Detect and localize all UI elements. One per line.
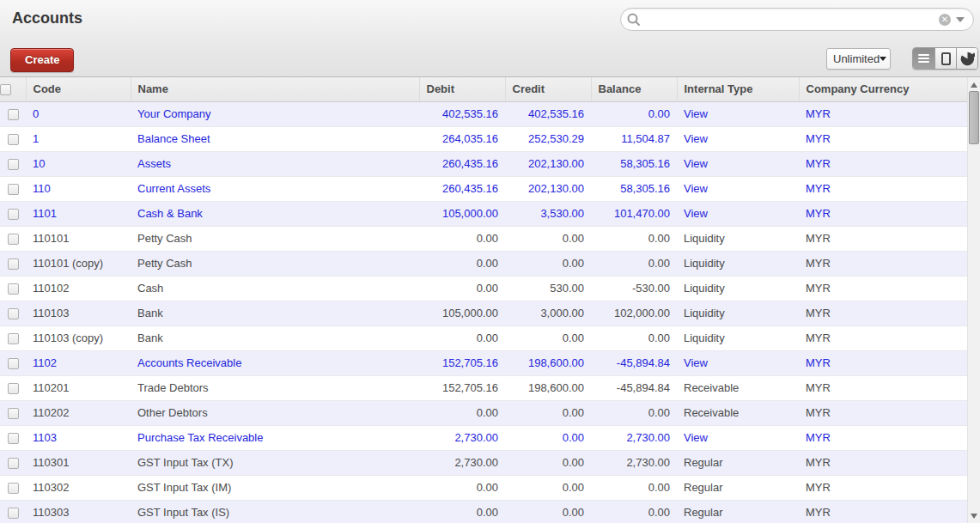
cell-credit[interactable]: 252,530.29 [505,126,591,151]
scrollbar-thumb[interactable] [969,91,979,144]
cell-debit[interactable]: 402,535.16 [419,101,505,126]
table-row[interactable]: 1102 Accounts Receivable 152,705.16 198,… [0,350,967,375]
cell-name[interactable]: Balance Sheet [131,126,419,151]
cell-balance[interactable]: 101,470.00 [591,201,677,226]
scroll-down-icon[interactable] [971,514,977,519]
column-header-code[interactable]: Code [26,77,131,101]
cell-code[interactable]: 1103 [26,425,131,450]
cell-balance[interactable]: -45,894.84 [591,375,677,400]
cell-internal-type[interactable]: View [677,101,799,126]
graph-view-button[interactable] [956,48,977,69]
row-checkbox[interactable] [8,184,19,195]
cell-code[interactable]: 1 [26,126,131,151]
cell-credit[interactable]: 0.00 [505,325,591,350]
cell-credit[interactable]: 0.00 [505,425,591,450]
cell-balance[interactable]: 2,730.00 [591,425,677,450]
cell-debit[interactable]: 260,435.16 [419,151,505,176]
cell-credit[interactable]: 3,000.00 [505,301,591,325]
cell-currency[interactable]: MYR [799,425,967,450]
row-checkbox[interactable] [8,234,19,245]
cell-name[interactable]: Petty Cash [131,251,419,276]
table-row[interactable]: 110202 Other Debtors 0.00 0.00 0.00 Rece… [0,400,967,425]
cell-code[interactable]: 110103 (copy) [26,325,131,350]
cell-code[interactable]: 110302 [26,475,131,500]
cell-debit[interactable]: 2,730.00 [419,425,505,450]
cell-credit[interactable]: 530.00 [505,276,591,301]
cell-balance[interactable]: 0.00 [591,251,677,276]
cell-currency[interactable]: MYR [799,276,967,301]
cell-currency[interactable]: MYR [799,500,967,523]
column-header-name[interactable]: Name [131,77,419,101]
cell-balance[interactable]: 0.00 [591,475,677,500]
cell-internal-type[interactable]: View [677,425,799,450]
search-box[interactable]: ✕ [620,8,974,31]
cell-name[interactable]: Petty Cash [131,226,419,251]
cell-credit[interactable]: 198,600.00 [505,375,591,400]
table-row[interactable]: 1103 Purchase Tax Receivable 2,730.00 0.… [0,425,967,450]
cell-currency[interactable]: MYR [799,201,967,226]
cell-currency[interactable]: MYR [799,350,967,375]
cell-credit[interactable]: 0.00 [505,450,591,475]
cell-name[interactable]: Your Company [131,101,419,126]
row-checkbox[interactable] [8,458,19,469]
pager-limit-select[interactable]: Unlimited [826,48,891,70]
cell-debit[interactable]: 0.00 [419,251,505,276]
cell-currency[interactable]: MYR [799,325,967,350]
cell-currency[interactable]: MYR [799,101,967,126]
cell-name[interactable]: Assets [131,151,419,176]
row-checkbox[interactable] [8,109,19,120]
row-checkbox[interactable] [8,433,19,444]
table-row[interactable]: 110 Current Assets 260,435.16 202,130.00… [0,176,967,201]
table-row[interactable]: 0 Your Company 402,535.16 402,535.16 0.0… [0,101,967,126]
cell-code[interactable]: 1101 [26,201,131,226]
table-row[interactable]: 1101 Cash & Bank 105,000.00 3,530.00 101… [0,201,967,226]
cell-debit[interactable]: 105,000.00 [419,301,505,325]
cell-name[interactable]: Current Assets [131,176,419,201]
cell-credit[interactable]: 202,130.00 [505,176,591,201]
cell-name[interactable]: Cash & Bank [131,201,419,226]
row-checkbox[interactable] [8,209,19,220]
row-checkbox[interactable] [8,408,19,419]
table-row[interactable]: 110101 (copy) Petty Cash 0.00 0.00 0.00 … [0,251,967,276]
row-checkbox[interactable] [8,258,19,270]
cell-balance[interactable]: 58,305.16 [591,176,677,201]
cell-credit[interactable]: 3,530.00 [505,201,591,226]
row-checkbox[interactable] [8,383,19,394]
cell-debit[interactable]: 0.00 [419,325,505,350]
cell-internal-type[interactable]: View [677,126,799,151]
cell-internal-type[interactable]: View [677,176,799,201]
cell-internal-type[interactable]: Regular [677,450,799,475]
table-row[interactable]: 110201 Trade Debtors 152,705.16 198,600.… [0,375,967,400]
cell-currency[interactable]: MYR [799,151,967,176]
cell-code[interactable]: 110301 [26,450,131,475]
cell-code[interactable]: 110202 [26,400,131,425]
cell-code[interactable]: 0 [26,101,131,126]
cell-balance[interactable]: 58,305.16 [591,151,677,176]
cell-debit[interactable]: 2,730.00 [419,450,505,475]
cell-credit[interactable]: 402,535.16 [505,101,591,126]
row-checkbox[interactable] [8,358,19,369]
cell-credit[interactable]: 198,600.00 [505,350,591,375]
cell-code[interactable]: 110303 [26,500,131,523]
cell-balance[interactable]: 0.00 [591,325,677,350]
row-checkbox[interactable] [8,508,19,519]
cell-credit[interactable]: 202,130.00 [505,151,591,176]
cell-code[interactable]: 110103 [26,301,131,325]
cell-internal-type[interactable]: Liquidity [677,301,799,325]
cell-debit[interactable]: 152,705.16 [419,375,505,400]
cell-name[interactable]: GST Input Tax (IM) [131,475,419,500]
cell-internal-type[interactable]: Liquidity [677,226,799,251]
cell-name[interactable]: Other Debtors [131,400,419,425]
cell-internal-type[interactable]: Liquidity [677,276,799,301]
create-button[interactable]: Create [10,48,74,72]
cell-credit[interactable]: 0.00 [505,475,591,500]
cell-currency[interactable]: MYR [799,400,967,425]
cell-internal-type[interactable]: Liquidity [677,325,799,350]
cell-name[interactable]: Bank [131,325,419,350]
cell-balance[interactable]: 0.00 [591,400,677,425]
column-header-credit[interactable]: Credit [505,77,591,101]
cell-internal-type[interactable]: View [677,151,799,176]
row-checkbox[interactable] [8,283,19,295]
cell-internal-type[interactable]: Receivable [677,375,799,400]
cell-code[interactable]: 110101 [26,226,131,251]
